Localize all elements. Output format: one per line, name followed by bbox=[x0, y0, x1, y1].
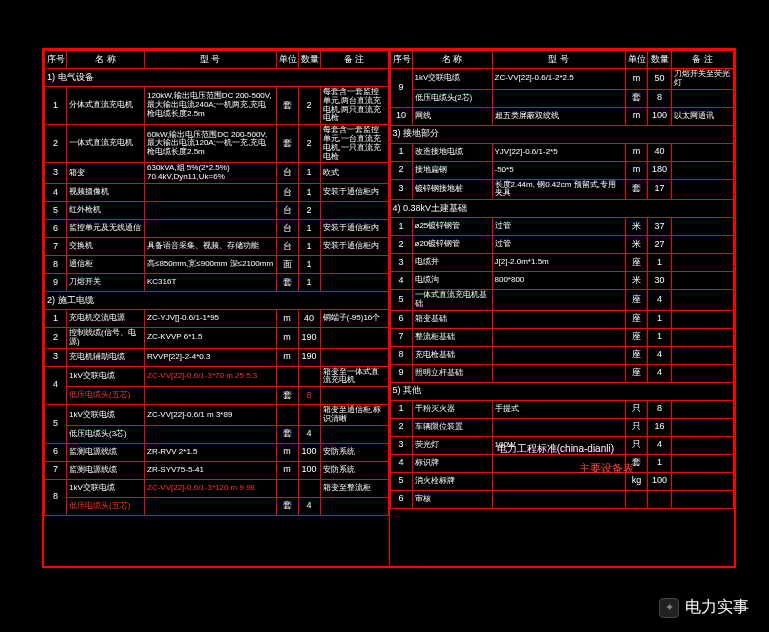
cell-note bbox=[672, 328, 734, 346]
cell-name: 干粉灭火器 bbox=[412, 400, 492, 418]
cell-model bbox=[492, 89, 626, 107]
cell-qty: 1 bbox=[298, 183, 320, 201]
cell-qty: 190 bbox=[298, 327, 320, 348]
table-row: 9刀熔开关KC316T套1 bbox=[45, 273, 389, 291]
table-row: 4视频摄像机台1安装于通信柜内 bbox=[45, 183, 389, 201]
cell-seq: 3 bbox=[390, 179, 412, 200]
cell-seq: 2 bbox=[390, 161, 412, 179]
cell-name: 通信柜 bbox=[67, 255, 145, 273]
cell-qty: 37 bbox=[648, 218, 672, 236]
cell-qty: 2 bbox=[298, 87, 320, 125]
cell-note bbox=[672, 364, 734, 382]
table-row: 8通信柜高≤850mm,宽≤900mm 深≤2100mm面1 bbox=[45, 255, 389, 273]
cell-seq: 9 bbox=[45, 273, 67, 291]
cell-note: 每套含一套监控单元,两台直流充电机,两只直流充电枪 bbox=[320, 87, 388, 125]
cell-note: 铜端子(-95)16个 bbox=[320, 309, 388, 327]
cell-note: 欧式 bbox=[320, 163, 388, 184]
cell-seq: 4 bbox=[390, 454, 412, 472]
cell-unit: 套 bbox=[276, 87, 298, 125]
cell-model: 630kVA,组 5%(2*2.5%) 70.4kV,Dyn11,Uk=6% bbox=[145, 163, 277, 184]
cell-unit: m bbox=[276, 309, 298, 327]
cell-qty: 100 bbox=[648, 107, 672, 125]
cell-unit bbox=[276, 479, 298, 497]
table-row: 低压电缆头(五芯)套8 bbox=[45, 387, 389, 405]
cell-note bbox=[320, 255, 388, 273]
table-row: 4电缆沟800*800米30 bbox=[390, 272, 734, 290]
right-table: 序号 名 称 型 号 单位 数量 备 注 91kV交联电缆ZC-VV[22]-0… bbox=[390, 50, 735, 509]
cell-seq: 7 bbox=[390, 328, 412, 346]
table-row: 5一体式直流充电机基础座4 bbox=[390, 290, 734, 311]
cell-note: 每套含一套监控单元,一台直流充电机,一只直流充电枪 bbox=[320, 125, 388, 163]
cell-qty: 4 bbox=[648, 364, 672, 382]
cell-seq: 9 bbox=[390, 69, 412, 108]
watermark-text: 电力实事 bbox=[685, 597, 749, 618]
table-row: 2车辆限位装置只16 bbox=[390, 418, 734, 436]
col-seq: 序号 bbox=[390, 51, 412, 69]
cell-qty: 27 bbox=[648, 236, 672, 254]
cell-unit: m bbox=[626, 161, 648, 179]
cell-model: J[2]-2.0m*1.5m bbox=[492, 254, 626, 272]
cell-note bbox=[672, 454, 734, 472]
cell-unit: 套 bbox=[276, 497, 298, 515]
cell-unit: 米 bbox=[626, 218, 648, 236]
section-4-header: 4) 0.38kV土建基础 bbox=[390, 200, 734, 218]
cell-qty: 1 bbox=[648, 254, 672, 272]
section-2-header: 2) 施工电缆 bbox=[45, 291, 389, 309]
table-row: 6箱变基础座1 bbox=[390, 310, 734, 328]
cell-seq: 8 bbox=[45, 479, 67, 515]
cell-model: ZC-KVVP 6*1.5 bbox=[145, 327, 277, 348]
cell-qty: 1 bbox=[298, 237, 320, 255]
cell-unit: m bbox=[626, 143, 648, 161]
col-seq: 序号 bbox=[45, 51, 67, 69]
cell-model: YJV[22]-0.6/1-2*5 bbox=[492, 143, 626, 161]
cell-unit: m bbox=[276, 443, 298, 461]
cell-unit: 只 bbox=[626, 436, 648, 454]
cell-unit bbox=[276, 405, 298, 426]
cell-name: 低压电缆头(五芯) bbox=[67, 497, 145, 515]
cell-qty bbox=[298, 366, 320, 387]
cad-drawing-frame: 序号 名 称 型 号 单位 数量 备 注 1) 电气设备 1分体式直流充电机12… bbox=[42, 48, 736, 568]
cell-unit: 套 bbox=[276, 425, 298, 443]
cell-name: 一体式直流充电机基础 bbox=[412, 290, 492, 311]
cell-name: 低压电缆头(2芯) bbox=[412, 89, 492, 107]
cell-unit bbox=[626, 490, 648, 508]
table-row: 低压电缆头(2芯)套8 bbox=[390, 89, 734, 107]
col-unit: 单位 bbox=[276, 51, 298, 69]
cell-qty bbox=[648, 490, 672, 508]
cell-qty: 16 bbox=[648, 418, 672, 436]
cell-unit: 台 bbox=[276, 237, 298, 255]
cell-unit: 套 bbox=[276, 273, 298, 291]
cell-qty: 8 bbox=[648, 89, 672, 107]
cell-note bbox=[672, 436, 734, 454]
table-row: 3电缆井J[2]-2.0m*1.5m座1 bbox=[390, 254, 734, 272]
cell-model bbox=[145, 183, 277, 201]
cell-qty: 40 bbox=[648, 143, 672, 161]
cell-name: 交换机 bbox=[67, 237, 145, 255]
table-row: 1改造接地电缆YJV[22]-0.6/1-2*5m40 bbox=[390, 143, 734, 161]
cell-name: 车辆限位装置 bbox=[412, 418, 492, 436]
cell-model: 手提式 bbox=[492, 400, 626, 418]
cell-name: ø20镀锌钢管 bbox=[412, 236, 492, 254]
cell-seq: 3 bbox=[45, 163, 67, 184]
cell-note bbox=[672, 400, 734, 418]
cell-name: ø25镀锌钢管 bbox=[412, 218, 492, 236]
cell-note bbox=[672, 490, 734, 508]
col-name: 名 称 bbox=[412, 51, 492, 69]
cell-name: 低压电缆头(五芯) bbox=[67, 387, 145, 405]
cell-qty: 1 bbox=[648, 310, 672, 328]
cell-model: KC316T bbox=[145, 273, 277, 291]
cell-model bbox=[492, 328, 626, 346]
cell-qty: 1 bbox=[648, 328, 672, 346]
cell-name: 监测电源线缆 bbox=[67, 443, 145, 461]
cell-unit: m bbox=[626, 69, 648, 90]
cell-seq: 8 bbox=[45, 255, 67, 273]
cell-unit: m bbox=[276, 461, 298, 479]
table-row: 10网线超五类屏蔽双绞线m100以太网通讯 bbox=[390, 107, 734, 125]
cell-unit: 台 bbox=[276, 163, 298, 184]
cell-name: 充电枪基础 bbox=[412, 346, 492, 364]
cell-model bbox=[145, 387, 277, 405]
cell-model bbox=[145, 201, 277, 219]
cell-name: 一体式直流充电机 bbox=[67, 125, 145, 163]
cell-note bbox=[320, 387, 388, 405]
cell-name: 消火栓标牌 bbox=[412, 472, 492, 490]
